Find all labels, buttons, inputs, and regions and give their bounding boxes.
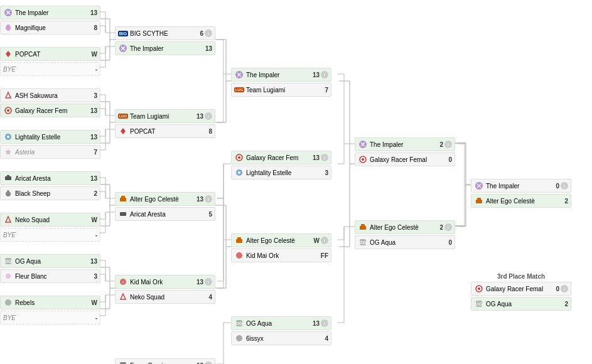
table-row[interactable]: Aricat Aresta 13 <box>0 171 100 185</box>
table-row[interactable]: The Impaler 13 <box>0 6 100 19</box>
blacksheep-icon <box>3 188 13 198</box>
table-row[interactable]: Galaxy Racer Femal 0 <box>355 153 455 166</box>
team-name: OG Aqua <box>15 258 87 265</box>
fuma-icon <box>118 360 128 364</box>
asteria-icon <box>3 147 13 157</box>
table-row: BYE - <box>0 228 100 242</box>
team-score: 0 <box>442 239 452 246</box>
r2-match-2: LUG Team Lugiami 13 i POPCAT 8 <box>115 109 215 139</box>
info-icon[interactable]: i <box>444 223 452 231</box>
alterego-icon <box>474 196 484 206</box>
team-name-bye: BYE <box>3 232 87 238</box>
table-row[interactable]: Fuma Gaming 10 i <box>115 358 215 364</box>
table-row[interactable]: Alter Ego Celestè 2 i <box>355 220 455 234</box>
team-name: Kid Mai Ork <box>130 279 193 286</box>
table-row[interactable]: POPCAT W <box>0 47 100 61</box>
table-row[interactable]: Aricat Aresta 5 <box>115 207 215 221</box>
team-score: 13 <box>309 320 320 327</box>
team-score-bye: - <box>87 232 97 238</box>
table-row[interactable]: OG OG Aqua 13 <box>0 254 100 268</box>
svg-rect-69 <box>120 212 126 216</box>
team-name: OG Aqua <box>370 239 442 246</box>
table-row[interactable]: ASH Sakuwura 3 <box>0 88 100 102</box>
alterego-icon <box>358 222 368 232</box>
r2-match-7: Fuma Gaming 10 i OG OG Aqua 13 <box>115 358 215 364</box>
svg-marker-49 <box>5 149 11 155</box>
table-row[interactable]: Fleur Blanc 3 <box>0 269 100 283</box>
team-score: 0 <box>549 183 559 190</box>
table-row[interactable]: Rebels W <box>0 296 100 309</box>
team-score: 4 <box>318 335 328 342</box>
table-row[interactable]: Neko Squad 4 <box>115 290 215 304</box>
team-name: The Impaler <box>486 183 549 190</box>
info-icon[interactable]: i <box>205 29 212 37</box>
r3-match-1: The Impaler 13 i LUG Team Lugiami 7 <box>231 67 331 97</box>
info-icon[interactable]: i <box>321 237 328 244</box>
table-row[interactable]: Alter Ego Celestè 13 i <box>115 192 215 206</box>
team-score: 13 <box>309 72 320 78</box>
team-score: 13 <box>193 196 203 203</box>
team-score: 7 <box>318 87 328 94</box>
table-row[interactable]: Black Sheep 2 <box>0 186 100 200</box>
table-row[interactable]: The Impaler 0 i <box>471 179 571 193</box>
table-row[interactable]: OG OG Aqua 13 i <box>231 316 331 330</box>
table-row[interactable]: Alter Ego Celestè W i <box>231 233 331 247</box>
neko-icon <box>118 292 128 302</box>
team-name: Alter Ego Celestè <box>130 196 193 203</box>
svg-text:OG: OG <box>360 240 367 245</box>
6issyx-icon <box>234 333 244 343</box>
info-icon[interactable]: i <box>205 278 212 286</box>
team-name: Black Sheep <box>15 190 87 197</box>
og-icon: OG <box>358 237 368 247</box>
info-icon[interactable]: i <box>205 112 212 120</box>
team-name: Kid Mai Ork <box>246 252 318 259</box>
info-icon[interactable]: i <box>205 195 212 203</box>
table-row[interactable]: Lightality Estelle 13 <box>0 130 100 144</box>
info-icon[interactable]: i <box>561 285 568 292</box>
alterego-icon <box>118 194 128 204</box>
info-icon[interactable]: i <box>561 182 568 190</box>
table-row[interactable]: Neko Squad W <box>0 213 100 227</box>
table-row: BYE - <box>0 311 100 324</box>
table-row[interactable]: The Impaler 13 <box>115 41 215 55</box>
table-row[interactable]: Galaxy Racer Femal 0 i <box>471 282 571 296</box>
r5-match-1-final: The Impaler 0 i Alter Ego Celestè 2 <box>471 178 571 208</box>
team-score-bye: - <box>87 66 97 73</box>
table-row[interactable]: Galaxy Racer Fem 13 i <box>231 151 331 164</box>
table-row[interactable]: BIG BIG SCYTHE 6 i <box>115 26 215 40</box>
third-place-match: 3rd Place Match Galaxy Racer Femal 0 i O… <box>471 273 571 311</box>
popcat-icon <box>118 126 128 136</box>
table-row[interactable]: The Impaler 2 i <box>355 137 455 151</box>
team-name: The Impaler <box>15 9 87 16</box>
table-row[interactable]: Alter Ego Celestè 2 <box>471 194 571 208</box>
table-row[interactable]: 6issyx 4 <box>231 331 331 345</box>
table-row[interactable]: LUG Team Lugiami 7 <box>231 83 331 97</box>
table-row[interactable]: OG OG Aqua 2 <box>471 297 571 311</box>
r2-match-1: BIG BIG SCYTHE 6 i The Impaler 13 <box>115 26 215 56</box>
info-icon[interactable]: i <box>444 141 452 148</box>
svg-point-48 <box>7 136 9 138</box>
kidmai-icon <box>234 250 244 260</box>
r4-match-2: Alter Ego Celestè 2 i OG OG Aqua 0 <box>355 220 455 250</box>
team-name: Lightality Estelle <box>15 134 87 141</box>
table-row[interactable]: POPCAT 8 <box>115 124 215 138</box>
table-row[interactable]: ? Kid Mai Ork 13 i <box>115 275 215 289</box>
svg-point-83 <box>238 171 240 174</box>
table-row[interactable]: Lightality Estelle 3 <box>231 166 331 179</box>
impaler-icon <box>358 139 368 149</box>
table-row[interactable]: Galaxy Racer Fem 13 <box>0 104 100 117</box>
table-row[interactable]: Kid Mai Ork FF <box>231 249 331 262</box>
table-row[interactable]: Asteria 7 <box>0 145 100 159</box>
table-row[interactable]: Magnifique 8 <box>0 21 100 35</box>
table-row[interactable]: LUG Team Lugiami 13 i <box>115 109 215 123</box>
info-icon[interactable]: i <box>321 319 328 327</box>
info-icon[interactable]: i <box>321 154 328 161</box>
team-name: Galaxy Racer Fem <box>246 154 309 161</box>
info-icon[interactable]: i <box>205 361 212 364</box>
info-icon[interactable]: i <box>321 71 328 78</box>
team-score: 13 <box>309 154 320 161</box>
table-row[interactable]: The Impaler 13 i <box>231 68 331 82</box>
table-row[interactable]: OG OG Aqua 0 <box>355 235 455 249</box>
team-score: 7 <box>87 149 97 156</box>
galaxy-icon <box>3 105 13 115</box>
